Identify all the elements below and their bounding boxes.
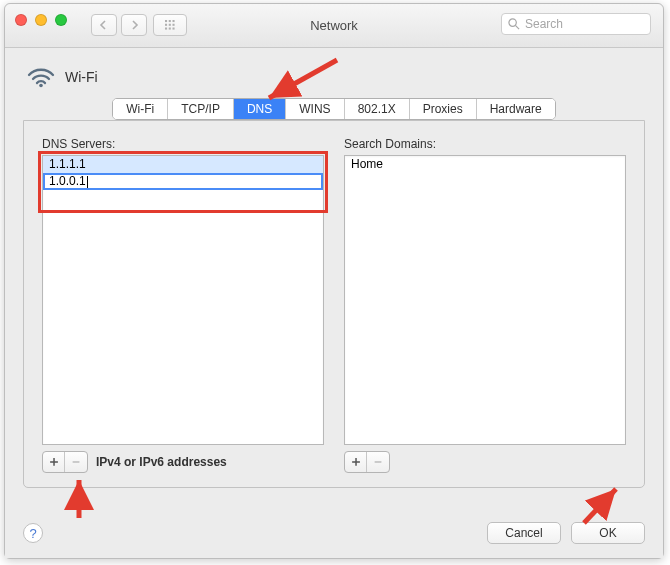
dns-servers-column: DNS Servers: 1.1.1.11.0.0.1 ＋ － IPv4 or … bbox=[42, 137, 324, 473]
search-field[interactable]: Search bbox=[501, 13, 651, 35]
add-domain-button[interactable]: ＋ bbox=[345, 452, 367, 472]
show-all-button[interactable] bbox=[153, 14, 187, 36]
tab-wins[interactable]: WINS bbox=[286, 99, 344, 119]
svg-line-10 bbox=[515, 25, 519, 29]
remove-domain-button[interactable]: － bbox=[367, 452, 389, 472]
svg-rect-2 bbox=[173, 20, 175, 22]
search-placeholder: Search bbox=[525, 17, 563, 31]
tab-8021x[interactable]: 802.1X bbox=[345, 99, 410, 119]
svg-rect-3 bbox=[165, 24, 167, 26]
svg-rect-5 bbox=[173, 24, 175, 26]
search-icon bbox=[508, 18, 520, 30]
svg-rect-1 bbox=[169, 20, 171, 22]
dns-servers-list[interactable]: 1.1.1.11.0.0.1 bbox=[42, 155, 324, 445]
window-controls bbox=[15, 14, 67, 26]
tab-tcpip[interactable]: TCP/IP bbox=[168, 99, 234, 119]
back-button[interactable] bbox=[91, 14, 117, 36]
search-domains-column: Search Domains: Home ＋ － bbox=[344, 137, 626, 473]
tab-bar: Wi-FiTCP/IPDNSWINS802.1XProxiesHardware bbox=[23, 98, 645, 120]
network-preferences-window: Network Search Wi-Fi Wi-FiTCP/IPDNSWINS8… bbox=[4, 3, 664, 559]
wifi-icon bbox=[27, 66, 55, 88]
svg-point-11 bbox=[39, 84, 43, 88]
zoom-window-button[interactable] bbox=[55, 14, 67, 26]
window-body: Wi-Fi Wi-FiTCP/IPDNSWINS802.1XProxiesHar… bbox=[5, 48, 663, 558]
svg-rect-7 bbox=[169, 28, 171, 30]
svg-rect-0 bbox=[165, 20, 167, 22]
interface-header: Wi-Fi bbox=[27, 66, 641, 88]
dns-server-row[interactable]: 1.0.0.1 bbox=[43, 173, 323, 190]
search-domains-list[interactable]: Home bbox=[344, 155, 626, 445]
tab-wifi[interactable]: Wi-Fi bbox=[113, 99, 168, 119]
interface-name: Wi-Fi bbox=[65, 69, 98, 85]
svg-rect-6 bbox=[165, 28, 167, 30]
dns-hint: IPv4 or IPv6 addresses bbox=[96, 455, 227, 469]
dns-panel: DNS Servers: 1.1.1.11.0.0.1 ＋ － IPv4 or … bbox=[23, 120, 645, 488]
tab-dns[interactable]: DNS bbox=[234, 99, 286, 119]
grid-icon bbox=[165, 20, 175, 30]
search-domains-label: Search Domains: bbox=[344, 137, 626, 151]
help-button[interactable]: ? bbox=[23, 523, 43, 543]
titlebar: Network Search bbox=[5, 4, 663, 48]
add-dns-button[interactable]: ＋ bbox=[43, 452, 65, 472]
tab-hardware[interactable]: Hardware bbox=[477, 99, 555, 119]
chevron-left-icon bbox=[99, 20, 109, 30]
remove-dns-button[interactable]: － bbox=[65, 452, 87, 472]
svg-rect-4 bbox=[169, 24, 171, 26]
search-domain-row[interactable]: Home bbox=[345, 156, 625, 173]
footer: ? Cancel OK bbox=[23, 522, 645, 544]
cancel-button[interactable]: Cancel bbox=[487, 522, 561, 544]
ok-button[interactable]: OK bbox=[571, 522, 645, 544]
dns-servers-label: DNS Servers: bbox=[42, 137, 324, 151]
minimize-window-button[interactable] bbox=[35, 14, 47, 26]
chevron-right-icon bbox=[129, 20, 139, 30]
close-window-button[interactable] bbox=[15, 14, 27, 26]
forward-button[interactable] bbox=[121, 14, 147, 36]
svg-rect-8 bbox=[173, 28, 175, 30]
dns-server-row[interactable]: 1.1.1.1 bbox=[43, 156, 323, 173]
tab-proxies[interactable]: Proxies bbox=[410, 99, 477, 119]
svg-point-9 bbox=[509, 19, 516, 26]
